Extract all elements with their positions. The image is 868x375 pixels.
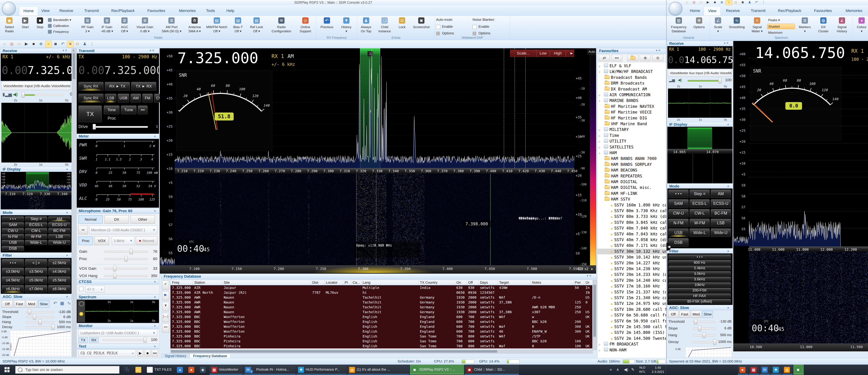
filter-button-[interactable]: • • • <box>669 254 731 259</box>
tray-expand-icon[interactable]: ∧ <box>615 365 621 374</box>
favourite-item[interactable]: ★SSTV 17m 18.160 kHz <box>597 283 666 289</box>
freqdb-row[interactable]: 7.325.000AWRNauenTachelhitGermany1930200… <box>170 305 592 310</box>
ribbon-item-dx-cluster[interactable]: ◍DXCluster <box>815 18 832 38</box>
favourite-item[interactable]: ▾HAM <box>597 150 666 156</box>
agc-decay-slider[interactable] <box>26 326 54 328</box>
tab-memories[interactable]: Memories <box>841 6 867 15</box>
favourite-item[interactable]: HAM DIGITAL <box>597 179 666 185</box>
volume-thumb[interactable] <box>718 78 721 83</box>
favourite-item[interactable]: ★SSTV 2m 144.500 Twente <box>597 336 666 341</box>
noise-blanker-options[interactable]: Options <box>472 31 507 36</box>
ribbon-item-bias-t[interactable]: ▤Bias-TOff ▾ <box>230 18 246 38</box>
peaks-shaded-1[interactable]: Shaded <box>767 24 795 29</box>
favourites-tool-4[interactable]: ⊖ <box>652 55 663 61</box>
freqdb-hscroll-thumb[interactable] <box>171 350 497 353</box>
mode-button-Step[interactable]: Step ≡ <box>25 216 47 221</box>
lifebuoy-icon[interactable]: ◎ <box>691 0 697 5</box>
favourite-item[interactable]: ★SSTV 20m 14.230 kHz <box>597 266 666 272</box>
ribbon-item-radio-configuration[interactable]: ≋RadioConfiguration <box>267 18 295 38</box>
tab-memories[interactable]: Memories <box>175 6 200 15</box>
mode-button-WideU[interactable]: Wide-U <box>48 240 70 245</box>
ribbon-item-history[interactable]: ▼History▾ <box>338 18 355 38</box>
taskbar-item-hud-performance[interactable]: ❖HUD Performance P... <box>296 365 347 374</box>
taskbar-item-voicemeeter[interactable]: ▦VoiceMeeter <box>210 365 243 374</box>
filter-button-70kHz[interactable]: ±7.0kHz <box>25 285 47 293</box>
more-icon[interactable]: ⋮ <box>761 0 767 5</box>
taskbar-item-right-sdr[interactable]: ◙ <box>793 365 804 374</box>
ribbon-item-rf-gain[interactable]: ≣RF Gain3 ▾ <box>79 18 96 38</box>
freqdb-col-off[interactable]: Off <box>467 280 478 285</box>
nav-play-icon[interactable]: ▸ <box>591 267 593 271</box>
filter-button-10kHz[interactable]: 10kHz <box>669 282 731 287</box>
favourites-header-buttons[interactable]: ▾ ✕ <box>656 49 664 52</box>
agc-slider[interactable] <box>693 341 716 343</box>
taskbar-item-right-vm[interactable]: ▦ <box>749 365 759 374</box>
mode-button-BCFM[interactable]: BC-FM <box>711 209 731 217</box>
favourite-item[interactable]: ▷NON-HAM <box>597 347 666 353</box>
freqdb-col-target[interactable]: Target <box>498 280 531 285</box>
freqdb-tool-2[interactable]: ▼ <box>162 302 169 311</box>
ribbon-item-scale[interactable]: ∠Scale▾ <box>711 18 725 38</box>
tab-favourites[interactable]: Favourites <box>143 6 169 15</box>
add-icon[interactable]: ⊕ <box>38 41 44 47</box>
tray-app-icon[interactable]: « <box>608 365 614 374</box>
taskbar-item-txt-files[interactable]: ▤TXT FILES <box>145 365 175 374</box>
home-icon[interactable]: ⌂ <box>1 41 8 47</box>
ribbon-item-markers[interactable]: ≣Markers▾ <box>796 18 813 38</box>
mode-button-CWL[interactable]: CW-L <box>689 209 710 217</box>
tab-recplayback[interactable]: Rec/Playback <box>774 6 806 15</box>
camera-icon[interactable]: ◙ <box>53 41 59 47</box>
mode-button-NFM[interactable]: N-FM <box>669 219 688 227</box>
favourite-item[interactable]: ★SSTV 40m 7.058 kHz (dig) <box>597 237 666 243</box>
pen-icon[interactable]: ✎ <box>629 365 636 374</box>
agc-slider-thumb[interactable] <box>703 333 706 338</box>
favourite-item[interactable]: HF Maritime NAVTEX <box>597 104 666 110</box>
tree-expander[interactable]: ▾ <box>599 69 603 74</box>
auto-mute-checkbox[interactable] <box>436 25 440 29</box>
mode-button-LSB[interactable]: LSB <box>711 219 731 227</box>
tab-transmit[interactable]: Transmit <box>747 6 770 15</box>
mode-button-NFM[interactable]: N-FM <box>2 234 24 239</box>
mode-button-DSB[interactable]: DSB <box>2 246 24 251</box>
scrollbar-thumb[interactable] <box>72 53 75 79</box>
agc-slider[interactable] <box>693 328 716 330</box>
favourite-item[interactable]: ★SSTV 10m 28.680 call freq FM <box>597 307 666 312</box>
filter-button-800Hz[interactable]: 800 Hz <box>669 260 731 265</box>
text-button-2[interactable]: ••• <box>152 350 158 356</box>
freqdb-tab-signalhistory[interactable]: Signal History <box>161 353 189 358</box>
favourite-item[interactable]: ★SSTV 2m 145.500 call freq FM <box>597 324 666 330</box>
favourite-item[interactable]: ★SSTV 80m 3.845 kHz call freq <box>597 220 666 225</box>
favourite-item[interactable]: HAM REPEATERS <box>597 173 666 179</box>
taskbar-item-sdr-child[interactable]: ◙Child :: Main :: SD... <box>465 365 519 374</box>
filter-button-50kHz[interactable]: ±5.0kHz <box>25 276 47 284</box>
lifebuoy-icon[interactable]: ◎ <box>9 41 15 47</box>
folder-icon[interactable]: ▱ <box>698 0 704 5</box>
mode-button-WideU[interactable]: Wide-U <box>711 228 731 237</box>
favourite-item[interactable]: DRM Broadcasts <box>597 81 666 86</box>
favourite-item[interactable]: ★SSTV 80m 3.733 kHz (dig) <box>597 214 666 219</box>
mode-button-WFM[interactable]: W-FM <box>689 219 710 227</box>
bandwidth-stack-0[interactable]: Bandwidth ▾ <box>48 18 78 23</box>
ribbon-item-stop-button[interactable]: ■Stop <box>33 18 46 38</box>
agc-slider-thumb[interactable] <box>28 309 31 315</box>
agc-button-med[interactable]: Med <box>691 311 701 318</box>
favourites-tool-2[interactable] <box>627 55 638 61</box>
ribbon-item-signal-history[interactable]: ∡SignalHistory <box>833 18 850 38</box>
taskbar-item-mail[interactable]: ✉2Postvak IN - Hotma... <box>243 365 296 374</box>
scope-mode-icon[interactable] <box>79 302 84 306</box>
favourite-item[interactable]: ▷ELF & VLF <box>597 63 666 69</box>
spectrum-toolbar-low[interactable]: Low <box>536 50 550 57</box>
favourite-item[interactable]: ★SSTV 15m 21.340 kHz call freq <box>597 295 666 301</box>
favourite-item[interactable]: HAM SSTV <box>597 196 666 202</box>
spectrum-toolbar-high[interactable]: High <box>550 50 566 57</box>
tree-expander[interactable]: ▷ <box>599 342 603 347</box>
lock-icon[interactable]: ◘ <box>74 41 81 47</box>
tx-mode-SyncRX[interactable]: Sync RX <box>79 94 103 102</box>
drive-thumb[interactable] <box>93 124 96 129</box>
taskbar-item-shield-app[interactable]: ◈ <box>198 365 209 374</box>
home-icon[interactable]: ⌂ <box>684 0 690 5</box>
favourite-item[interactable]: ▾MARINE BANDS <box>597 98 666 103</box>
record-button[interactable]: ⏺Record <box>136 237 157 245</box>
filter-button-[interactable]: • • • <box>2 259 24 267</box>
clock[interactable]: 1:402-3-2021 <box>649 366 666 374</box>
